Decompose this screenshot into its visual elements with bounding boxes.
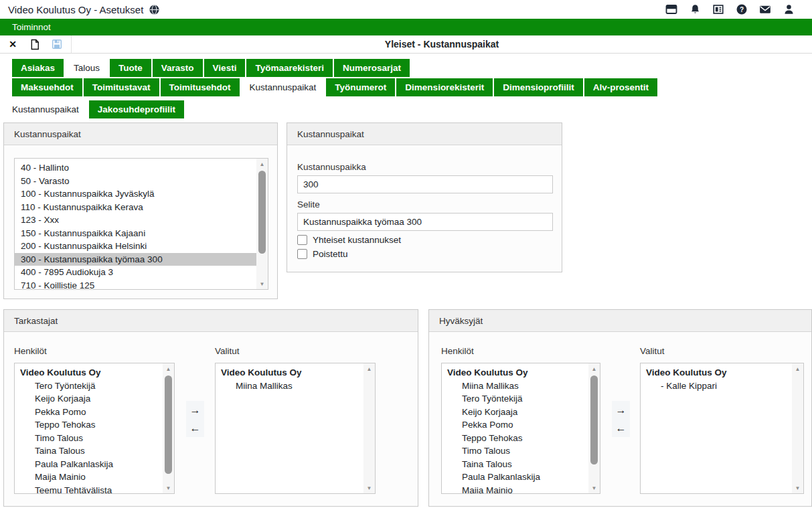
scrollbar[interactable]: ▲ ▼: [256, 159, 268, 289]
help-icon[interactable]: ?: [736, 3, 748, 15]
tab[interactable]: Työmaarekisteri: [246, 59, 333, 77]
mail-icon[interactable]: [759, 3, 771, 15]
tab[interactable]: Dimensioprofiilit: [494, 78, 583, 96]
tab[interactable]: Viesti: [204, 59, 246, 77]
person-item[interactable]: Video Koulutus Oy: [442, 366, 588, 379]
scrollbar[interactable]: ▲ ▼: [792, 363, 803, 493]
tab[interactable]: Kustannuspaikat: [241, 78, 325, 96]
menu-toiminnot[interactable]: Toiminnot: [0, 22, 63, 32]
cost-center-item[interactable]: 123 - Xxx: [15, 214, 256, 227]
person-item[interactable]: Taina Talous: [442, 458, 588, 471]
person-item[interactable]: Paula Palkanlaskija: [442, 471, 588, 484]
panel-title: Hyväksyjät: [429, 310, 811, 332]
cost-center-item[interactable]: 50 - Varasto: [15, 175, 256, 188]
tab[interactable]: Numerosarjat: [334, 59, 410, 77]
kustannuspaikka-input[interactable]: [297, 175, 553, 193]
cost-center-item[interactable]: 200 - Kustannuspaikka Helsinki: [15, 240, 256, 253]
tab[interactable]: Asiakas: [12, 59, 64, 77]
tab[interactable]: Tuote: [110, 59, 151, 77]
cost-center-item[interactable]: 400 - 7895 Audiokuja 3: [15, 266, 256, 279]
close-button[interactable]: ✕: [7, 38, 19, 50]
cost-center-item[interactable]: 100 - Kustannuspaikka Jyväskylä: [15, 187, 256, 201]
tab[interactable]: Maksuehdot: [12, 78, 82, 96]
yhteiset-kustannukset-checkbox[interactable]: [297, 235, 307, 245]
hyvaksyjat-valitut-listbox: Video Koulutus Oy- Kalle Kippari ▲ ▼: [640, 363, 804, 494]
tab[interactable]: Työnumerot: [326, 78, 395, 96]
person-item[interactable]: Keijo Korjaaja: [15, 392, 163, 406]
person-item[interactable]: Paula Palkanlaskija: [15, 458, 163, 471]
person-item[interactable]: Timo Talous: [442, 444, 588, 458]
person-item[interactable]: Video Koulutus Oy: [641, 366, 792, 379]
tab[interactable]: Toimitustavat: [84, 78, 159, 96]
cost-center-item[interactable]: 300 - Kustannuspaikka työmaa 300: [15, 253, 256, 266]
person-item[interactable]: Teppo Tehokas: [442, 432, 588, 445]
poistettu-checkbox[interactable]: [297, 249, 307, 259]
svg-text:?: ?: [740, 6, 744, 13]
scroll-up-icon[interactable]: ▲: [792, 363, 803, 374]
scrollbar[interactable]: ▲ ▼: [588, 363, 600, 493]
scrollbar[interactable]: ▲ ▼: [363, 363, 375, 493]
person-item[interactable]: Pekka Pomo: [442, 418, 588, 432]
scroll-down-icon[interactable]: ▼: [363, 483, 375, 493]
new-document-button[interactable]: [29, 38, 41, 50]
save-button[interactable]: [51, 38, 63, 50]
scroll-down-icon[interactable]: ▼: [256, 278, 268, 289]
person-item[interactable]: Pekka Pomo: [15, 406, 163, 419]
save-icon: [52, 39, 62, 50]
tab[interactable]: Kustannuspaikat: [3, 100, 88, 118]
news-icon[interactable]: [712, 3, 724, 15]
scroll-down-icon[interactable]: ▼: [163, 483, 174, 493]
globe-icon[interactable]: [149, 4, 160, 15]
hyvaksyjat-henkilot-listbox: Video Koulutus OyMiina MallikasTero Työn…: [441, 363, 600, 494]
scrollbar-thumb[interactable]: [165, 375, 172, 474]
person-item[interactable]: Miina Mallikas: [216, 379, 363, 393]
person-item[interactable]: - Kalle Kippari: [641, 379, 792, 393]
scroll-up-icon[interactable]: ▲: [588, 363, 600, 374]
tab[interactable]: Jakosuhdeprofiilit: [89, 100, 184, 118]
poistettu-row: Poistettu: [297, 249, 348, 259]
cost-center-item[interactable]: 40 - Hallinto: [15, 161, 256, 175]
person-item[interactable]: Video Koulutus Oy: [15, 366, 163, 379]
move-left-button[interactable]: ←: [612, 419, 630, 437]
person-item[interactable]: Keijo Korjaaja: [442, 406, 588, 419]
person-item[interactable]: Taina Talous: [15, 444, 163, 458]
toolbar: ✕ Yleiset - Kustannuspaikat: [0, 35, 812, 54]
scrollbar[interactable]: ▲ ▼: [163, 363, 174, 493]
selite-label: Selite: [297, 199, 320, 209]
menubar: Toiminnot: [0, 19, 812, 35]
scrollbar-thumb[interactable]: [590, 375, 598, 464]
person-item[interactable]: Video Koulutus Oy: [216, 366, 363, 379]
tab[interactable]: Talous: [65, 59, 108, 77]
cost-centers-panel: Kustannuspaikat 40 - Hallinto50 - Varast…: [3, 122, 278, 299]
scroll-up-icon[interactable]: ▲: [363, 363, 375, 374]
cost-center-item[interactable]: 710 - Koillistie 125: [15, 279, 256, 290]
person-item[interactable]: Miina Mallikas: [442, 379, 588, 393]
window-icon[interactable]: [665, 3, 677, 15]
user-icon[interactable]: [783, 3, 795, 15]
person-item[interactable]: Teemu Tehtävälista: [15, 484, 163, 494]
person-item[interactable]: Maija Mainio: [442, 484, 588, 494]
scroll-up-icon[interactable]: ▲: [256, 159, 268, 169]
selite-input[interactable]: [297, 213, 553, 231]
bell-icon[interactable]: [689, 3, 701, 15]
move-right-button[interactable]: →: [612, 401, 630, 419]
scroll-down-icon[interactable]: ▼: [792, 483, 803, 493]
scroll-up-icon[interactable]: ▲: [163, 363, 174, 374]
person-item[interactable]: Maija Mainio: [15, 471, 163, 484]
move-left-button[interactable]: ←: [186, 419, 204, 437]
person-item[interactable]: Timo Talous: [15, 432, 163, 445]
scrollbar-thumb[interactable]: [258, 171, 266, 254]
tab[interactable]: Varasto: [153, 59, 203, 77]
cost-center-item[interactable]: 110 - Kustannuspaikka Kerava: [15, 201, 256, 214]
tab[interactable]: Alv-prosentit: [584, 78, 657, 96]
person-item[interactable]: Tero Työntekijä: [442, 392, 588, 406]
tab[interactable]: Dimensiorekisterit: [396, 78, 493, 96]
person-item[interactable]: Tero Työntekijä: [15, 379, 163, 393]
tab-row-kustannuspaikat: KustannuspaikatJakosuhdeprofiilit: [3, 100, 184, 118]
tab[interactable]: Toimitusehdot: [161, 78, 240, 96]
scroll-down-icon[interactable]: ▼: [588, 483, 600, 493]
cost-center-item[interactable]: 150 - Kustannuspaikka Kajaani: [15, 227, 256, 240]
move-right-button[interactable]: →: [186, 401, 204, 419]
close-icon: ✕: [9, 39, 17, 49]
person-item[interactable]: Teppo Tehokas: [15, 418, 163, 432]
